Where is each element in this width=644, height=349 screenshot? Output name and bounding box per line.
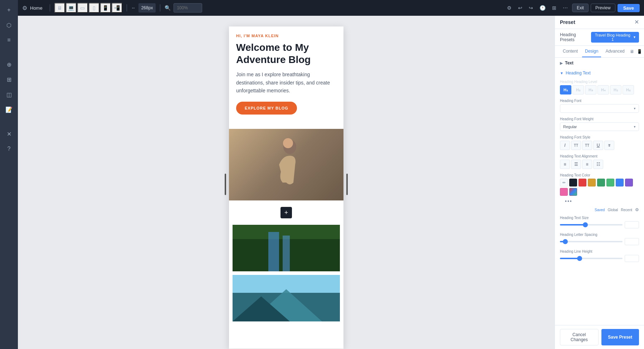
- swatch-pink[interactable]: [560, 188, 568, 196]
- heading-level-buttons: H₁ H₂ H₃ H₄ H₅ H₆: [560, 85, 639, 94]
- heading-font-weight-select[interactable]: Regular: [560, 122, 639, 131]
- mobile-frame: HI, I'M MAYA KLEIN Welcome to My Adventu…: [229, 26, 343, 349]
- recent-color-tab[interactable]: Recent: [621, 208, 632, 212]
- more-btn[interactable]: ⋯: [561, 4, 570, 12]
- heading-text-section-header[interactable]: ▼ Heading Text: [555, 68, 644, 78]
- swatch-multicolor[interactable]: [569, 188, 577, 196]
- blog-btn[interactable]: 📝: [3, 103, 15, 116]
- underline-btn[interactable]: U: [593, 141, 603, 150]
- tab-desktop-icon-btn[interactable]: 🖥: [629, 48, 635, 55]
- desktop-device-btn[interactable]: 🖥: [54, 3, 65, 13]
- heading-text-size-label: Heading Text Size: [560, 216, 639, 220]
- heading-h5-btn[interactable]: H₅: [610, 85, 621, 94]
- swatch-black[interactable]: [569, 179, 577, 186]
- swatch-purple[interactable]: [625, 179, 633, 186]
- cancel-changes-btn[interactable]: Cancel Changes: [560, 329, 599, 345]
- width-icon: ↔: [131, 5, 136, 10]
- heading-letter-spacing-group: Heading Letter Spacing 0px: [555, 231, 644, 247]
- heading-line-height-slider-row: [560, 255, 639, 262]
- tab-advanced[interactable]: Advanced: [602, 46, 627, 57]
- saved-color-tab[interactable]: Saved: [595, 208, 605, 212]
- left-resize-handle[interactable]: [222, 26, 229, 342]
- text-section-arrow: ▶: [560, 61, 563, 65]
- panel-close-btn[interactable]: ✕: [634, 19, 639, 25]
- heading-font-weight-select-wrapper: Regular: [560, 122, 639, 131]
- elements-btn[interactable]: ⬡: [3, 19, 15, 31]
- heading-text-arrow: ▼: [560, 71, 564, 75]
- swatch-yellow[interactable]: [588, 179, 596, 186]
- more-colors-dots[interactable]: •••: [560, 198, 577, 204]
- widgets-btn[interactable]: ⊞: [3, 73, 15, 86]
- color-picker-btn[interactable]: ✏: [560, 179, 568, 186]
- settings-action-btn[interactable]: ⚙: [505, 4, 514, 12]
- exit-btn[interactable]: Exit: [572, 4, 589, 12]
- color-swatches: ✏: [560, 179, 639, 196]
- tab-content[interactable]: Content: [560, 46, 581, 57]
- preset-dropdown-btn[interactable]: Travel Blog Heading 1 ▼: [591, 32, 639, 43]
- heading-line-height-group: Heading Line Height: [555, 247, 644, 264]
- global-color-tab[interactable]: Global: [608, 208, 618, 212]
- redo-btn[interactable]: ↪: [527, 4, 535, 12]
- align-justify-btn[interactable]: ☷: [593, 160, 603, 169]
- color-settings-btn[interactable]: ⚙: [635, 207, 639, 212]
- align-right-btn[interactable]: ≡: [582, 160, 592, 169]
- text-section-label: Text: [565, 60, 574, 66]
- pages-btn[interactable]: ≡: [3, 34, 15, 47]
- heading-h2-btn[interactable]: H₂: [572, 85, 584, 94]
- panel-footer: Cancel Changes Save Preset: [555, 325, 644, 349]
- explore-blog-btn[interactable]: EXPLORE MY BLOG: [236, 102, 297, 115]
- save-preset-btn[interactable]: Save Preset: [601, 329, 639, 345]
- grid-btn[interactable]: ⊞: [550, 4, 558, 12]
- heading-font-select[interactable]: [560, 104, 639, 113]
- tab-design[interactable]: Design: [582, 46, 601, 57]
- media-btn[interactable]: ◫: [3, 88, 15, 101]
- phone-small-device-btn[interactable]: 📲: [112, 3, 122, 13]
- add-block-btn[interactable]: +: [280, 207, 292, 218]
- right-resize-handle[interactable]: [343, 26, 351, 342]
- settings-icon[interactable]: ⚙: [22, 5, 27, 11]
- tab-phone-icon-btn[interactable]: 📱: [636, 48, 643, 55]
- device-icons: 🖥 💻 ▭ ▯ 📱 📲: [54, 3, 122, 13]
- zoom-input[interactable]: [174, 3, 202, 13]
- heading-letter-spacing-slider[interactable]: [560, 241, 623, 242]
- heading-h6-btn[interactable]: H₆: [623, 85, 634, 94]
- heading-font-group: Heading Font: [555, 97, 644, 115]
- align-center-btn[interactable]: ☰: [571, 160, 581, 169]
- right-panel: Preset ✕ Heading Presets Travel Blog Hea…: [555, 16, 644, 349]
- small-caps-btn[interactable]: TT: [571, 141, 581, 150]
- tablet-v-device-btn[interactable]: ▯: [89, 3, 99, 13]
- heading-line-height-value[interactable]: [625, 255, 639, 262]
- history-btn[interactable]: 🕐: [537, 4, 548, 12]
- swatch-green[interactable]: [597, 179, 605, 186]
- heading-h1-btn[interactable]: H₁: [560, 85, 571, 94]
- swatch-red[interactable]: [579, 179, 586, 186]
- heading-h4-btn[interactable]: H₄: [597, 85, 609, 94]
- heading-h3-btn[interactable]: H₃: [585, 85, 596, 94]
- add-section-btn[interactable]: +: [3, 4, 15, 16]
- strikethrough-btn[interactable]: T̶: [604, 141, 614, 150]
- layers-btn[interactable]: ⊕: [3, 58, 15, 71]
- search-icon: 🔍: [165, 5, 171, 11]
- swatch-blue[interactable]: [616, 179, 624, 186]
- heading-line-height-slider[interactable]: [560, 258, 623, 259]
- blog-hero-image: [229, 129, 343, 200]
- laptop-device-btn[interactable]: 💻: [66, 3, 77, 13]
- heading-letter-spacing-value[interactable]: 0px: [625, 238, 639, 245]
- save-btn[interactable]: Save: [618, 4, 640, 12]
- heading-letter-spacing-label: Heading Letter Spacing: [560, 233, 639, 237]
- heading-text-size-value[interactable]: 26px: [625, 221, 639, 228]
- tablet-device-btn[interactable]: ▭: [77, 3, 88, 13]
- align-left-btn[interactable]: ≡: [560, 160, 570, 169]
- swatch-light-green[interactable]: [606, 179, 614, 186]
- italic-btn[interactable]: I: [560, 141, 570, 150]
- heading-text-size-slider[interactable]: [560, 224, 623, 226]
- text-section-header[interactable]: ▶ Text: [555, 58, 644, 68]
- phone-device-btn[interactable]: 📱: [100, 3, 111, 13]
- help-btn[interactable]: ?: [3, 142, 15, 155]
- preview-btn[interactable]: Preview: [591, 4, 615, 12]
- integrations-btn[interactable]: ✕: [3, 127, 15, 140]
- undo-btn[interactable]: ↩: [516, 4, 525, 12]
- caps-btn[interactable]: TT: [582, 141, 592, 150]
- heading-text-color-group: Heading Text Color ✏: [555, 171, 644, 198]
- heading-level-group: Heading Heading Level H₁ H₂ H₃ H₄ H₅ H₆: [555, 78, 644, 97]
